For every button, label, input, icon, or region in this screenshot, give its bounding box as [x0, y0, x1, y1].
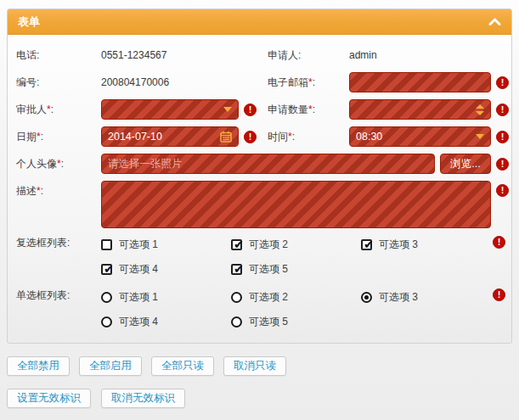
checkbox-icon[interactable]: ✔ [361, 239, 372, 250]
checkbox-option-1[interactable]: 可选项 1 [101, 237, 231, 252]
calendar-icon[interactable] [220, 131, 232, 143]
avatar-filebox[interactable]: 请选择一张照片 [101, 154, 435, 174]
form-row-number-email: 编号: 200804170006 电子邮箱*: ! [16, 72, 503, 92]
cancel-readonly-button[interactable]: 取消只读 [223, 356, 286, 376]
cancel-invalid-flag-button[interactable]: 取消无效标识 [101, 389, 185, 408]
checkbox-icon[interactable]: ✔ [101, 264, 112, 275]
set-invalid-flag-button[interactable]: 设置无效标识 [7, 389, 91, 408]
approver-combobox[interactable] [101, 99, 239, 120]
readonly-all-button[interactable]: 全部只读 [151, 356, 214, 376]
error-icon: ! [244, 131, 257, 143]
checkbox-icon[interactable]: ✔ [231, 239, 242, 250]
radio-icon[interactable] [101, 292, 112, 303]
radio-icon[interactable] [361, 292, 372, 303]
checkbox-label: 可选项 5 [249, 262, 288, 277]
applicant-label: 申请人: [268, 48, 349, 63]
form-row-avatar: 个人头像*: 请选择一张照片 浏览... ! [16, 154, 503, 174]
disable-all-button[interactable]: 全部禁用 [7, 356, 70, 376]
email-label: 电子邮箱*: [268, 75, 349, 90]
checkbox-option-3[interactable]: ✔可选项 3 [361, 237, 488, 252]
checkbox-option-4[interactable]: ✔可选项 4 [101, 261, 231, 277]
avatar-placeholder: 请选择一张照片 [108, 157, 183, 171]
checkbox-icon[interactable]: ✔ [231, 264, 242, 275]
error-icon: ! [496, 76, 509, 89]
radio-option-5[interactable]: 可选项 5 [231, 314, 361, 329]
radio-label: 可选项 4 [119, 315, 158, 329]
error-icon: ! [493, 288, 505, 301]
phone-value: 0551-1234567 [101, 49, 239, 61]
button-row-1: 全部禁用 全部启用 全部只读 取消只读 [7, 356, 286, 376]
error-icon: ! [244, 104, 257, 116]
chevron-up-icon [488, 18, 501, 25]
time-combobox[interactable]: 08:30 [349, 126, 491, 147]
checkbox-label: 可选项 1 [119, 238, 158, 252]
spinner-up-icon[interactable] [476, 104, 484, 109]
checkbox-label: 可选项 3 [379, 238, 418, 252]
radio-label: 可选项 5 [249, 315, 288, 329]
number-label: 编号: [16, 75, 101, 90]
description-textarea[interactable] [101, 181, 491, 228]
checkbox-icon[interactable] [101, 239, 112, 250]
radio-options: 可选项 1 可选项 2 可选项 3 可选项 4 可选项 5 [101, 288, 488, 329]
checkbox-options: 可选项 1 ✔可选项 2 ✔可选项 3 ✔可选项 4 ✔可选项 5 [101, 235, 488, 277]
error-icon: ! [496, 131, 509, 143]
radio-label: 可选项 1 [119, 290, 158, 305]
avatar-label: 个人头像*: [16, 156, 101, 171]
description-label: 描述*: [16, 181, 101, 199]
error-icon: ! [496, 158, 509, 171]
checkbox-list-label: 复选框列表: [16, 235, 101, 250]
form-row-checkbox-list: 复选框列表: 可选项 1 ✔可选项 2 ✔可选项 3 ✔可选项 4 ✔可选项 5… [16, 235, 503, 277]
error-icon: ! [496, 104, 509, 116]
panel-title: 表单 [18, 14, 40, 30]
checkbox-option-5[interactable]: ✔可选项 5 [231, 261, 361, 277]
radio-label: 可选项 2 [249, 290, 288, 305]
checkbox-label: 可选项 4 [119, 262, 158, 277]
radio-option-3[interactable]: 可选项 3 [361, 289, 488, 305]
radio-label: 可选项 3 [379, 290, 418, 305]
radio-icon[interactable] [231, 316, 242, 328]
approver-label: 审批人*: [16, 102, 101, 117]
spinner-down-icon[interactable] [476, 111, 484, 115]
checkbox-label: 可选项 2 [249, 238, 288, 252]
error-icon: ! [493, 236, 505, 249]
radio-option-1[interactable]: 可选项 1 [101, 289, 231, 305]
error-icon: ! [496, 184, 509, 197]
radio-option-4[interactable]: 可选项 4 [101, 314, 231, 329]
applicant-value: admin [349, 49, 491, 61]
form-row-approver-quantity: 审批人*: ! 申请数量*: ! [16, 99, 503, 120]
browse-button[interactable]: 浏览... [440, 154, 491, 174]
panel-header: 表单 [8, 9, 511, 35]
quantity-spinner[interactable] [349, 99, 491, 120]
form-row-phone-applicant: 电话: 0551-1234567 申请人: admin [16, 45, 503, 65]
date-label: 日期*: [16, 129, 101, 144]
form-row-date-time: 日期*: 2014-07-10 [16, 126, 503, 147]
radio-option-2[interactable]: 可选项 2 [231, 289, 361, 305]
radio-list-label: 单选框列表: [16, 288, 101, 303]
radio-icon[interactable] [231, 292, 242, 303]
phone-label: 电话: [16, 48, 101, 63]
form-panel: 表单 电话: 0551-1234567 申请人: admin 编号: 20080… [7, 8, 512, 344]
form-row-radio-list: 单选框列表: 可选项 1 可选项 2 可选项 3 可选项 4 可选项 5 ! [16, 288, 503, 329]
chevron-down-icon[interactable] [476, 134, 484, 139]
button-row-2: 设置无效标识 取消无效标识 [7, 389, 185, 408]
time-label: 时间*: [268, 129, 349, 144]
radio-icon[interactable] [101, 316, 112, 328]
collapse-panel-button[interactable] [488, 18, 501, 25]
email-input[interactable] [349, 72, 491, 92]
enable-all-button[interactable]: 全部启用 [79, 356, 142, 376]
quantity-label: 申请数量*: [268, 102, 349, 117]
panel-body: 电话: 0551-1234567 申请人: admin 编号: 20080417… [8, 35, 511, 343]
form-row-description: 描述*: ! [16, 181, 503, 228]
checkbox-option-2[interactable]: ✔可选项 2 [231, 237, 361, 252]
date-input[interactable]: 2014-07-10 [101, 126, 239, 147]
number-value: 200804170006 [101, 76, 239, 88]
chevron-down-icon[interactable] [223, 107, 232, 112]
